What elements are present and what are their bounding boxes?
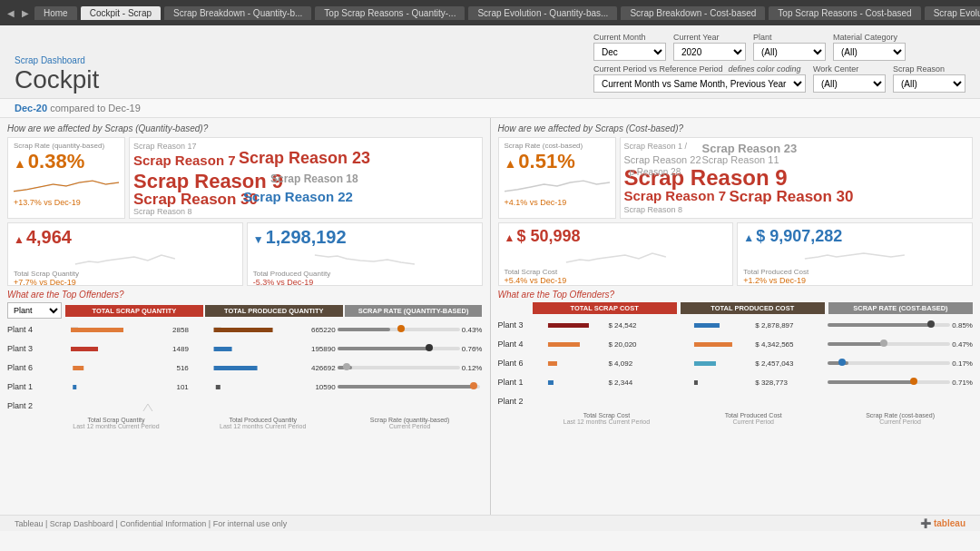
filter-row-1: Current Month Dec Current Year 2020 Plan…	[593, 33, 965, 61]
filter-period-label: Current Period vs Reference Period	[593, 64, 723, 74]
offenders-plant-select[interactable]: Plant	[7, 302, 62, 319]
right-plant4-cost-val: $ 20,020	[608, 340, 636, 349]
left-rate-value: 0.38%	[28, 150, 84, 173]
tab-scrap-breakdown-cost[interactable]: Scrap Breakdown - Cost-based	[621, 6, 765, 20]
right-cost-arrow: ▲	[505, 231, 515, 244]
date-reference: Dec-19	[108, 103, 140, 113]
left-col-headers: TOTAL SCRAP QUANTITY TOTAL PRODUCED QUAN…	[65, 305, 483, 317]
scrap-reason-select[interactable]: (All)	[893, 74, 965, 93]
left-rate-change: +13.7% vs Dec-19	[14, 198, 119, 207]
wc-scrap-reason-23: Scrap Reason 23	[239, 149, 370, 168]
right-total-cost-box: ▲ $ 50,998 Total Scrap Cost +5.4% vs Dec…	[498, 222, 734, 286]
left-total-produced-box: ▼ 1,298,192 Total Produced Quantity -5.3…	[247, 222, 483, 286]
filter-material-label: Material Category	[833, 33, 906, 42]
plant1-scrap-val: 101	[176, 383, 188, 391]
left-produced-value: 1,298,192	[266, 227, 347, 248]
wc-right-scrap-reason-11: Scrap Reason 11	[702, 154, 779, 165]
right-plant4-data: $ 20,020 $ 4,342,565 0.47%	[534, 338, 974, 350]
wc-scrap-reason-22: Scrap Reason 22	[243, 189, 353, 204]
filter-row-2: Current Period vs Reference Period defin…	[593, 64, 965, 93]
right-panel-title: How are we affected by Scraps (Cost-base…	[498, 123, 974, 133]
right-rate-label: Scrap Rate (cost-based)	[505, 142, 610, 150]
left-word-cloud: Scrap Reason 17 Scrap Reason 7 Scrap Rea…	[129, 137, 483, 219]
col-header-scrap-qty: TOTAL SCRAP QUANTITY	[65, 305, 203, 317]
tab-home[interactable]: Home	[34, 6, 77, 20]
scrap-qty-plant3: 1489	[44, 342, 189, 355]
left-panel-title: How are we affected by Scraps (Quantity-…	[7, 123, 483, 133]
nav-back-arrow[interactable]: ◀	[5, 6, 16, 20]
left-panel: How are we affected by Scraps (Quantity-…	[0, 118, 491, 515]
table-row: Plant 4 2858 665220	[7, 320, 483, 339]
tab-scrap-breakdown-qty[interactable]: Scrap Breakdown - Quantity-b...	[164, 6, 311, 20]
col-header-prod-qty: TOTAL PRODUCED QUANTITY	[205, 305, 343, 317]
right-footer-prod: Total Produced Cost Current Period	[681, 412, 826, 425]
scrap-qty-plant1: 101	[44, 380, 189, 393]
row-data-plant4: 2858 665220 0.43%	[44, 323, 483, 336]
wc-scrap-reason-17: Scrap Reason 17	[133, 142, 197, 151]
color-coding-label: defines color coding	[729, 64, 801, 74]
left-produced-arrow: ▼	[253, 233, 264, 246]
wc-right-scrap-reason-23: Scrap Reason 23	[702, 142, 798, 155]
left-offenders: What are the Top Offenders? Plant TOTAL …	[7, 290, 483, 429]
right-plant4-prod-spark	[681, 338, 753, 350]
svg-rect-6	[73, 366, 83, 370]
right-total-produced-cost-box: ▲ $ 9,907,282 Total Produced Cost +1.2% …	[737, 222, 973, 286]
row-data-plant3: 1489 195890 0.76%	[44, 342, 483, 355]
row-label-plant6-left: Plant 6	[7, 363, 42, 372]
plant4-scrap-spark	[44, 323, 171, 336]
tab-scrap-evolution-qty[interactable]: Scrap Evolution - Quantity-bas...	[468, 6, 617, 20]
plant-select-header[interactable]: (All)	[753, 43, 826, 61]
svg-rect-5	[213, 347, 231, 351]
svg-rect-9	[216, 385, 220, 389]
tab-cockpit-scrap[interactable]: Cockpit - Scrap	[81, 6, 161, 20]
prod-qty-plant1: 10590	[191, 380, 336, 393]
right-row-plant3: Plant 3	[498, 320, 533, 330]
left-offenders-header: Plant TOTAL SCRAP QUANTITY TOTAL PRODUCE…	[7, 302, 483, 319]
scrap-qty-plant2	[44, 398, 189, 413]
work-center-select[interactable]: (All)	[813, 74, 886, 93]
rate-plant4: 0.43%	[338, 323, 483, 336]
svg-rect-7	[213, 366, 257, 370]
right-rate-arrow: ▲	[505, 156, 517, 171]
filter-plant: Plant (All)	[753, 33, 826, 61]
right-plant6-data: $ 4,092 $ 2,457,043 0.17%	[534, 357, 974, 369]
footer-prod-qty: Total Produced Quantity Last 12 months C…	[191, 417, 336, 429]
right-plant3-prod-val: $ 2,878,897	[755, 321, 793, 330]
right-plant1-rate-val: 0.71%	[952, 379, 973, 387]
header-left: Scrap Dashboard Cockpit	[15, 55, 99, 93]
row-label-plant4-left: Plant 4	[7, 325, 42, 334]
filter-group-top: Current Month Dec Current Year 2020 Plan…	[593, 33, 965, 93]
wc-right-scrap-reason-7: Scrap Reason 7	[624, 188, 727, 203]
left-rate-label: Scrap Rate (quantity-based)	[14, 142, 119, 150]
plant4-scrap-val: 2858	[172, 326, 189, 334]
nav-forward-arrow[interactable]: ▶	[20, 6, 31, 20]
right-plant4-rate-val: 0.47%	[952, 340, 973, 349]
material-select[interactable]: (All)	[833, 43, 906, 61]
plant1-prod-val: 10590	[315, 383, 335, 391]
month-select[interactable]: Dec	[593, 43, 666, 61]
period-select[interactable]: Current Month vs Same Month, Previous Ye…	[593, 74, 806, 93]
plant6-prod-spark	[191, 361, 309, 374]
left-produced-sparkline	[253, 248, 476, 268]
plant6-rate-val: 0.12%	[462, 364, 483, 372]
year-select[interactable]: 2020	[673, 43, 746, 61]
tab-top-scrap-qty[interactable]: Top Scrap Reasons - Quantity-...	[315, 6, 465, 20]
tab-scrap-evolution-cost[interactable]: Scrap Evolution - Cost-based	[925, 6, 980, 20]
svg-rect-13	[694, 342, 732, 347]
row-data-plant2	[44, 398, 483, 413]
left-data-rows: Plant 4 2858 665220	[7, 320, 483, 415]
plant4-prod-val: 665220	[311, 326, 336, 334]
right-data-rows: Plant 3 $ 24,542 $ 2,878,897	[498, 316, 974, 410]
header-filters: Current Month Dec Current Year 2020 Plan…	[593, 33, 965, 93]
right-prod-plant4: $ 4,342,565	[681, 338, 826, 350]
plant6-prod-val: 426692	[311, 364, 336, 372]
table-row: Plant 2	[498, 392, 974, 410]
right-plant6-cost-val: $ 4,092	[608, 359, 632, 368]
right-row-plant6: Plant 6	[498, 359, 533, 368]
filter-work-center-label: Work Center	[813, 64, 886, 74]
right-cost-sparkline	[505, 246, 728, 266]
tab-top-scrap-cost[interactable]: Top Scrap Reasons - Cost-based	[769, 6, 920, 20]
right-cost-change: +5.4% vs Dec-19	[505, 276, 728, 285]
table-row: Plant 1 101 10590	[7, 378, 483, 396]
left-rate-value-row: ▲ 0.38%	[14, 150, 119, 173]
